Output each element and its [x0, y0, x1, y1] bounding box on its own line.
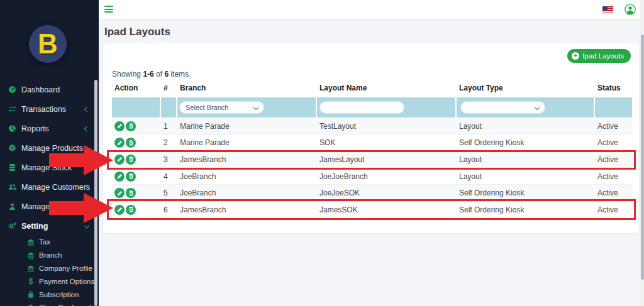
sidebar-item-manage-stock[interactable]: Manage Stock — [0, 158, 99, 177]
bank-icon — [26, 303, 35, 306]
edit-icon[interactable] — [114, 205, 125, 215]
chevron-left-icon — [84, 126, 89, 131]
layout-name-filter-input[interactable] — [319, 101, 404, 114]
sidebar-item-label: Manage Employee — [21, 202, 87, 211]
table-row-3: 3JamesBranchJamesLayoutLayoutActive — [112, 151, 632, 168]
cell-branch: JamesBranch — [177, 155, 317, 164]
sidebar-item-reports[interactable]: Reports — [0, 119, 99, 138]
chevron-down-icon — [84, 223, 89, 228]
table-filter-row: Select Branch — [112, 97, 632, 117]
chevron-down-icon — [535, 105, 540, 110]
sidebar-subitem-label: Shop Configuration — [39, 303, 101, 306]
cell-status: Active — [595, 172, 632, 181]
sidebar-item-label: Manage Products — [21, 144, 83, 153]
sidebar-item-label: Manage Customers — [21, 183, 90, 192]
sidebar-subitem-branch[interactable]: Branch — [0, 249, 99, 262]
delete-icon[interactable] — [126, 172, 136, 182]
sidebar-item-transactions[interactable]: Transactions — [0, 99, 99, 119]
sidebar-scrollbar[interactable] — [94, 80, 97, 306]
sidebar-item-label: Transactions — [21, 105, 66, 114]
cell-branch: Marine Parade — [177, 138, 317, 147]
table-header-row: Action#BranchLayout NameLayout TypeStatu… — [112, 81, 632, 95]
cell-branch: JamesBranch — [177, 205, 317, 214]
edit-icon[interactable] — [114, 138, 125, 148]
dollar-icon: $ — [26, 277, 35, 285]
cell-layout-name: JamesSOK — [317, 205, 457, 214]
edit-icon[interactable] — [114, 172, 125, 182]
gears-icon — [8, 222, 17, 231]
cell-num: 1 — [161, 122, 177, 131]
page-scrollbar[interactable] — [640, 0, 644, 306]
sidebar-nav: DashboardTransactionsReportsManage Produ… — [0, 80, 99, 236]
cell-layout-name: JoeJoeBranch — [317, 172, 457, 181]
cell-num: 6 — [161, 205, 177, 214]
cell-layout-type: Self Ordering Kiosk — [457, 138, 595, 147]
layout-type-filter-select[interactable] — [460, 101, 545, 114]
column-header-layout-name: Layout Name — [317, 84, 457, 92]
sidebar-item-manage-employee[interactable]: Manage Employee — [0, 197, 99, 216]
cell-num: 2 — [161, 138, 177, 147]
bank-icon — [26, 238, 35, 246]
bank-icon — [26, 264, 35, 272]
column-header-branch: Branch — [177, 84, 317, 92]
row-actions — [112, 188, 161, 198]
edit-icon[interactable] — [114, 121, 125, 131]
menu-toggle-icon[interactable] — [104, 6, 113, 13]
plus-circle-icon: + — [572, 52, 579, 60]
edit-icon[interactable] — [114, 155, 125, 165]
sidebar-item-label: Reports — [21, 124, 49, 133]
sidebar-item-label: Dashboard — [21, 85, 60, 94]
delete-icon[interactable] — [126, 138, 136, 148]
cell-layout-name: JamesLayout — [317, 155, 457, 164]
cell-branch: JoeBranch — [177, 189, 317, 197]
filter-cell-action — [112, 97, 161, 117]
delete-icon[interactable] — [126, 121, 136, 131]
row-actions — [112, 205, 161, 215]
page-title: Ipad Layouts — [104, 26, 170, 38]
filter-cell-branch: Select Branch — [177, 97, 317, 117]
sidebar-item-dashboard[interactable]: Dashboard — [0, 80, 99, 99]
app-window: B DashboardTransactionsReportsManage Pro… — [0, 0, 644, 306]
cell-layout-type: Layout — [457, 155, 595, 164]
cell-layout-type: Layout — [457, 122, 595, 131]
sidebar-subitem-subscription[interactable]: Subscription — [0, 288, 99, 301]
sidebar-item-manage-customers[interactable]: Manage Customers — [0, 177, 99, 197]
sidebar-subitem-tax[interactable]: Tax — [0, 236, 99, 249]
sidebar-subitem-company-profile[interactable]: Company Profile — [0, 262, 99, 275]
sidebar-item-manage-products[interactable]: Manage Products — [0, 138, 99, 158]
language-flag-icon[interactable] — [602, 6, 613, 13]
bank-icon — [26, 251, 35, 260]
stack-icon — [8, 163, 17, 172]
topbar — [99, 0, 644, 19]
row-actions — [112, 172, 161, 182]
sidebar-subitem-shop-configuration[interactable]: Shop Configuration — [0, 301, 99, 306]
content-card: + Ipad Layouts Showing 1-6 of 6 items. A… — [103, 43, 639, 233]
chevron-left-icon — [84, 145, 89, 150]
delete-icon[interactable] — [126, 205, 136, 215]
edit-icon[interactable] — [114, 188, 125, 198]
sidebar-subitem-payment-options[interactable]: $Payment Options — [0, 275, 99, 288]
delete-icon[interactable] — [126, 155, 136, 165]
filter-cell-num — [161, 97, 177, 117]
layouts-table: Action#BranchLayout NameLayout TypeStatu… — [112, 81, 632, 219]
sidebar-item-label: Manage Stock — [21, 163, 72, 172]
chevron-down-icon — [253, 105, 258, 110]
pie-chart-icon — [8, 124, 17, 133]
sidebar-subitem-label: Company Profile — [39, 265, 92, 272]
logo-letter: B — [38, 30, 58, 58]
add-ipad-layout-button[interactable]: + Ipad Layouts — [567, 49, 631, 63]
sidebar-item-setting[interactable]: Setting — [0, 216, 99, 236]
sidebar-subitem-label: Tax — [39, 238, 50, 246]
cell-layout-name: JoeJoeSOK — [317, 189, 457, 197]
user-avatar-icon[interactable] — [625, 4, 636, 15]
column-header-action: Action — [112, 84, 161, 92]
cell-layout-type: Layout — [457, 172, 595, 181]
table-row-1: 1Marine ParadeTestLayoutLayoutActive — [112, 118, 632, 135]
branch-filter-select[interactable]: Select Branch — [179, 101, 264, 114]
sidebar-subitem-label: Branch — [39, 251, 62, 259]
tachometer-icon — [8, 85, 17, 94]
delete-icon[interactable] — [126, 188, 136, 198]
cell-status: Active — [595, 189, 632, 197]
cell-layout-type: Self Ordering Kiosk — [457, 189, 595, 197]
filter-cell-layout-type — [457, 97, 595, 117]
